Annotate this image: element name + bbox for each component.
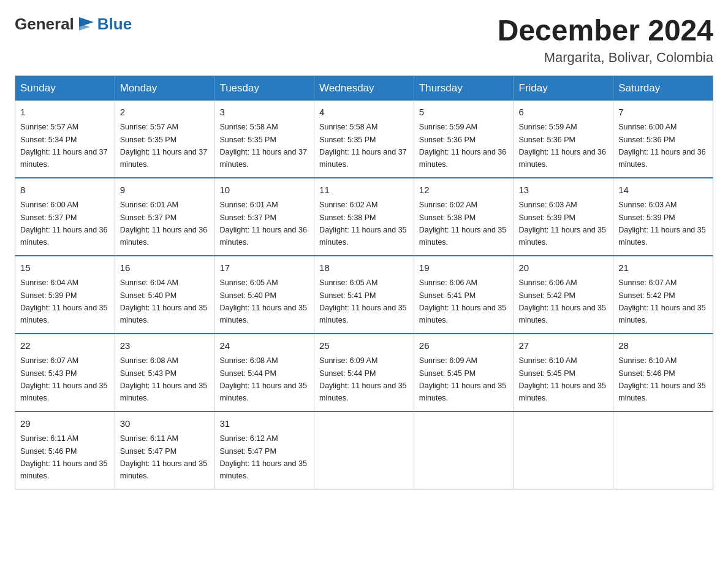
calendar-cell: 22Sunrise: 6:07 AMSunset: 5:43 PMDayligh…: [15, 334, 115, 412]
calendar-cell: 14Sunrise: 6:03 AMSunset: 5:39 PMDayligh…: [613, 178, 713, 256]
day-info: Sunrise: 6:08 AMSunset: 5:43 PMDaylight:…: [120, 356, 207, 402]
calendar-week-row: 22Sunrise: 6:07 AMSunset: 5:43 PMDayligh…: [15, 334, 713, 412]
month-title: December 2024: [498, 15, 713, 47]
calendar-cell: 23Sunrise: 6:08 AMSunset: 5:43 PMDayligh…: [115, 334, 214, 412]
day-info: Sunrise: 6:11 AMSunset: 5:47 PMDaylight:…: [120, 434, 207, 480]
calendar-cell: 21Sunrise: 6:07 AMSunset: 5:42 PMDayligh…: [613, 256, 713, 334]
calendar-cell: 26Sunrise: 6:09 AMSunset: 5:45 PMDayligh…: [414, 334, 514, 412]
calendar-cell: 30Sunrise: 6:11 AMSunset: 5:47 PMDayligh…: [115, 412, 214, 489]
calendar-cell: [414, 412, 514, 489]
day-number: 15: [20, 261, 110, 275]
day-info: Sunrise: 6:02 AMSunset: 5:38 PMDaylight:…: [319, 201, 406, 247]
day-info: Sunrise: 6:03 AMSunset: 5:39 PMDaylight:…: [519, 201, 606, 247]
day-number: 21: [618, 261, 708, 275]
calendar-cell: 18Sunrise: 6:05 AMSunset: 5:41 PMDayligh…: [314, 256, 414, 334]
day-number: 31: [219, 417, 309, 431]
day-info: Sunrise: 5:59 AMSunset: 5:36 PMDaylight:…: [519, 123, 606, 169]
logo-general: General: [15, 15, 74, 34]
calendar-cell: 2Sunrise: 5:57 AMSunset: 5:35 PMDaylight…: [115, 101, 214, 178]
day-info: Sunrise: 6:03 AMSunset: 5:39 PMDaylight:…: [618, 201, 705, 247]
day-info: Sunrise: 5:57 AMSunset: 5:35 PMDaylight:…: [120, 123, 207, 169]
day-info: Sunrise: 6:04 AMSunset: 5:39 PMDaylight:…: [20, 278, 107, 324]
page-header: General Blue December 2024 Margarita, Bo…: [15, 15, 713, 66]
day-number: 28: [618, 339, 708, 353]
calendar-cell: 16Sunrise: 6:04 AMSunset: 5:40 PMDayligh…: [115, 256, 214, 334]
calendar-cell: 24Sunrise: 6:08 AMSunset: 5:44 PMDayligh…: [214, 334, 314, 412]
calendar-cell: 25Sunrise: 6:09 AMSunset: 5:44 PMDayligh…: [314, 334, 414, 412]
day-info: Sunrise: 6:00 AMSunset: 5:36 PMDaylight:…: [618, 123, 705, 169]
day-number: 19: [419, 261, 509, 275]
day-number: 24: [219, 339, 309, 353]
calendar-header-wednesday: Wednesday: [314, 75, 414, 101]
day-number: 16: [120, 261, 210, 275]
day-info: Sunrise: 6:10 AMSunset: 5:46 PMDaylight:…: [618, 356, 705, 402]
day-info: Sunrise: 6:00 AMSunset: 5:37 PMDaylight:…: [20, 201, 107, 247]
day-number: 11: [319, 183, 409, 197]
calendar-cell: [514, 412, 613, 489]
calendar-cell: 29Sunrise: 6:11 AMSunset: 5:46 PMDayligh…: [15, 412, 115, 489]
calendar-cell: 5Sunrise: 5:59 AMSunset: 5:36 PMDaylight…: [414, 101, 514, 178]
day-number: 25: [319, 339, 409, 353]
day-info: Sunrise: 6:12 AMSunset: 5:47 PMDaylight:…: [219, 434, 306, 480]
title-area: December 2024 Margarita, Bolivar, Colomb…: [498, 15, 713, 66]
day-info: Sunrise: 6:01 AMSunset: 5:37 PMDaylight:…: [219, 201, 306, 247]
day-info: Sunrise: 6:06 AMSunset: 5:41 PMDaylight:…: [419, 278, 506, 324]
calendar-cell: 15Sunrise: 6:04 AMSunset: 5:39 PMDayligh…: [15, 256, 115, 334]
day-number: 26: [419, 339, 509, 353]
calendar-cell: 9Sunrise: 6:01 AMSunset: 5:37 PMDaylight…: [115, 178, 214, 256]
calendar-cell: 27Sunrise: 6:10 AMSunset: 5:45 PMDayligh…: [514, 334, 613, 412]
day-number: 6: [519, 105, 609, 120]
day-info: Sunrise: 6:07 AMSunset: 5:42 PMDaylight:…: [618, 278, 705, 324]
day-info: Sunrise: 6:10 AMSunset: 5:45 PMDaylight:…: [519, 356, 606, 402]
logo: General Blue: [15, 15, 132, 34]
calendar-header-thursday: Thursday: [414, 75, 514, 101]
day-number: 10: [219, 183, 309, 197]
day-number: 5: [419, 105, 509, 120]
day-number: 7: [618, 105, 708, 120]
calendar-week-row: 29Sunrise: 6:11 AMSunset: 5:46 PMDayligh…: [15, 412, 713, 489]
calendar-cell: 7Sunrise: 6:00 AMSunset: 5:36 PMDaylight…: [613, 101, 713, 178]
day-info: Sunrise: 5:58 AMSunset: 5:35 PMDaylight:…: [319, 123, 406, 169]
day-info: Sunrise: 6:05 AMSunset: 5:41 PMDaylight:…: [319, 278, 406, 324]
calendar-week-row: 15Sunrise: 6:04 AMSunset: 5:39 PMDayligh…: [15, 256, 713, 334]
location: Margarita, Bolivar, Colombia: [498, 50, 713, 66]
day-info: Sunrise: 5:57 AMSunset: 5:34 PMDaylight:…: [20, 123, 107, 169]
calendar-header-tuesday: Tuesday: [214, 75, 314, 101]
day-number: 22: [20, 339, 110, 353]
calendar-cell: 6Sunrise: 5:59 AMSunset: 5:36 PMDaylight…: [514, 101, 613, 178]
calendar-week-row: 1Sunrise: 5:57 AMSunset: 5:34 PMDaylight…: [15, 101, 713, 178]
calendar-cell: 17Sunrise: 6:05 AMSunset: 5:40 PMDayligh…: [214, 256, 314, 334]
calendar-header-friday: Friday: [514, 75, 613, 101]
calendar-cell: [314, 412, 414, 489]
logo-flag-icon: [78, 16, 95, 33]
day-info: Sunrise: 6:04 AMSunset: 5:40 PMDaylight:…: [120, 278, 207, 324]
day-info: Sunrise: 6:11 AMSunset: 5:46 PMDaylight:…: [20, 434, 107, 480]
calendar-header-sunday: Sunday: [15, 75, 115, 101]
day-info: Sunrise: 6:05 AMSunset: 5:40 PMDaylight:…: [219, 278, 306, 324]
calendar-week-row: 8Sunrise: 6:00 AMSunset: 5:37 PMDaylight…: [15, 178, 713, 256]
day-number: 20: [519, 261, 609, 275]
day-info: Sunrise: 6:07 AMSunset: 5:43 PMDaylight:…: [20, 356, 107, 402]
day-number: 30: [120, 417, 210, 431]
day-number: 9: [120, 183, 210, 197]
calendar-cell: 13Sunrise: 6:03 AMSunset: 5:39 PMDayligh…: [514, 178, 613, 256]
day-number: 13: [519, 183, 609, 197]
calendar-table: SundayMondayTuesdayWednesdayThursdayFrid…: [15, 75, 713, 489]
day-number: 1: [20, 105, 110, 120]
day-number: 4: [319, 105, 409, 120]
day-info: Sunrise: 5:59 AMSunset: 5:36 PMDaylight:…: [419, 123, 506, 169]
day-info: Sunrise: 6:08 AMSunset: 5:44 PMDaylight:…: [219, 356, 306, 402]
logo-blue: Blue: [97, 15, 132, 34]
day-number: 14: [618, 183, 708, 197]
calendar-header-row: SundayMondayTuesdayWednesdayThursdayFrid…: [15, 75, 713, 101]
day-number: 27: [519, 339, 609, 353]
day-number: 3: [219, 105, 309, 120]
day-number: 17: [219, 261, 309, 275]
calendar-cell: 11Sunrise: 6:02 AMSunset: 5:38 PMDayligh…: [314, 178, 414, 256]
calendar-cell: 12Sunrise: 6:02 AMSunset: 5:38 PMDayligh…: [414, 178, 514, 256]
calendar-cell: 20Sunrise: 6:06 AMSunset: 5:42 PMDayligh…: [514, 256, 613, 334]
calendar-cell: 28Sunrise: 6:10 AMSunset: 5:46 PMDayligh…: [613, 334, 713, 412]
calendar-cell: [613, 412, 713, 489]
day-number: 29: [20, 417, 110, 431]
calendar-cell: 8Sunrise: 6:00 AMSunset: 5:37 PMDaylight…: [15, 178, 115, 256]
